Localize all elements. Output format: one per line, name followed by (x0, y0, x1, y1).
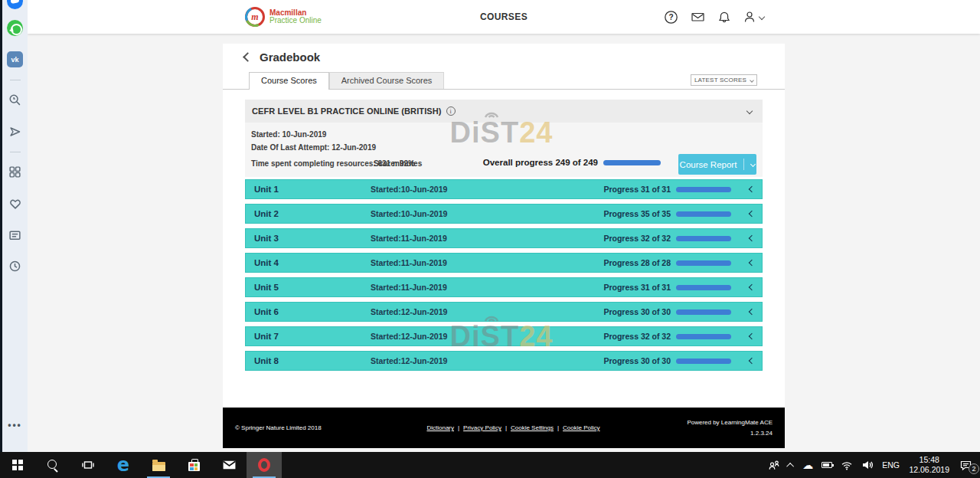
sidebar-divider (2, 147, 28, 156)
wifi-icon[interactable] (837, 460, 858, 470)
chevron-up-icon[interactable] (785, 463, 799, 468)
start-button[interactable] (0, 452, 35, 478)
opera-icon[interactable] (247, 452, 282, 478)
sidebar-item-whatsapp-icon[interactable] (2, 12, 28, 44)
unit-row[interactable]: Unit 5Started:11-Jun-2019Progress 31 of … (245, 277, 763, 297)
windows-taskbar: e ☁ ENG 15:48 12.06.2019 (0, 452, 980, 478)
unit-row[interactable]: Unit 7Started:12-Jun-2019Progress 32 of … (245, 326, 763, 346)
notifications-icon[interactable] (717, 10, 731, 25)
expand-chevron-icon[interactable] (749, 358, 755, 364)
course-last-attempt: Date Of Last Attempt: 12-Jun-2019 (251, 143, 376, 152)
unit-progress-label: Progress 30 of 30 (603, 356, 671, 365)
expand-chevron-icon[interactable] (749, 309, 755, 315)
course-report-button[interactable]: Course Report (678, 154, 756, 175)
history-icon (8, 260, 21, 273)
footer-link-cookie-settings[interactable]: Cookie Settings (511, 424, 554, 431)
action-center-icon[interactable]: 2 (955, 460, 976, 471)
expand-chevron-icon[interactable] (749, 284, 755, 290)
unit-row[interactable]: Unit 6Started:12-Jun-2019Progress 30 of … (245, 302, 763, 322)
unit-name: Unit 8 (246, 356, 371, 365)
nav-courses[interactable]: COURSES (480, 11, 528, 22)
expand-chevron-icon[interactable] (749, 333, 755, 339)
footer-link-separator: | (458, 424, 459, 431)
sidebar-items: vk (2, 0, 28, 282)
footer-powered-by: Powered by LearningMate ACE (658, 417, 773, 428)
unit-started-date: Started:12-Jun-2019 (371, 356, 447, 365)
profile-icon[interactable] (743, 10, 764, 24)
course-panel: CEFR LEVEL B1 PRACTICE ONLINE (BRITISH) … (245, 100, 763, 177)
more-options-icon[interactable]: ••• (2, 420, 28, 431)
language-indicator[interactable]: ENG (878, 460, 904, 470)
mail-icon[interactable] (690, 10, 706, 24)
unit-progress-bar (676, 260, 731, 266)
sidebar-item-bookmarks-icon[interactable] (2, 188, 28, 219)
expand-chevron-icon[interactable] (749, 186, 755, 192)
unit-name: Unit 4 (246, 258, 371, 267)
units-list: Unit 1Started:10-Jun-2019Progress 31 of … (245, 179, 763, 375)
battery-icon[interactable] (818, 462, 837, 468)
unit-progress-bar (676, 187, 731, 192)
logo-line2: Practice Online (270, 17, 322, 25)
tab-course-scores[interactable]: Course Scores (249, 72, 329, 90)
tab-archived-course-scores[interactable]: Archived Course Scores (329, 72, 445, 89)
unit-progress-label: Progress 31 of 31 (603, 185, 671, 194)
unit-row[interactable]: Unit 3Started:11-Jun-2019Progress 32 of … (245, 228, 763, 248)
task-view-button[interactable] (70, 452, 106, 478)
sidebar-item-news-icon[interactable] (2, 219, 28, 250)
unit-progress-label: Progress 35 of 35 (603, 209, 671, 218)
tray-date: 12.06.2019 (909, 465, 949, 475)
back-chevron-icon[interactable] (243, 52, 253, 62)
sidebar-item-messenger-icon[interactable] (2, 0, 28, 12)
footer-version: 1.2.3.24 (658, 428, 773, 439)
sidebar-item-my-flow-icon[interactable] (2, 116, 28, 147)
expand-chevron-icon[interactable] (749, 260, 755, 266)
file-explorer-icon[interactable] (141, 452, 176, 478)
unit-progress-label: Progress 32 of 32 (603, 332, 671, 341)
unit-progress-bar (676, 309, 731, 315)
collapse-chevron-icon[interactable] (746, 108, 753, 114)
macmillan-logo[interactable]: m Macmillan Practice Online (245, 7, 322, 27)
expand-chevron-icon[interactable] (749, 235, 755, 241)
unit-progress-label: Progress 32 of 32 (603, 234, 671, 243)
svg-text:?: ? (668, 12, 673, 21)
onedrive-icon[interactable]: ☁ (799, 460, 818, 470)
edge-icon[interactable]: e (106, 452, 141, 478)
expand-chevron-icon[interactable] (749, 211, 755, 217)
people-icon[interactable] (764, 460, 785, 471)
unit-name: Unit 6 (246, 307, 371, 316)
unit-name: Unit 7 (246, 332, 371, 341)
clock[interactable]: 15:48 12.06.2019 (903, 455, 955, 475)
sidebar-item-vk-icon[interactable]: vk (2, 44, 28, 75)
screen: vk ••• m Macmillan Practice Online COURS… (0, 0, 980, 478)
mail-app-icon[interactable] (211, 452, 247, 478)
opera-sidebar: vk ••• (0, 0, 28, 452)
scores-filter-label: LATEST SCORES (694, 77, 746, 83)
unit-row[interactable]: Unit 4Started:11-Jun-2019Progress 28 of … (245, 253, 763, 273)
help-icon[interactable]: ? (664, 10, 678, 25)
course-panel-header[interactable]: CEFR LEVEL B1 PRACTICE ONLINE (BRITISH) … (245, 100, 763, 123)
search-button[interactable] (35, 452, 70, 478)
macmillan-logo-icon: m (245, 7, 265, 27)
sidebar-item-search-icon[interactable] (2, 84, 28, 116)
info-icon[interactable]: i (446, 106, 456, 116)
chevron-down-icon (759, 14, 765, 20)
whatsapp-icon (7, 20, 23, 36)
footer-link-dictionary[interactable]: Dictionary (426, 424, 454, 431)
unit-row[interactable]: Unit 8Started:12-Jun-2019Progress 30 of … (245, 351, 763, 371)
unit-name: Unit 2 (246, 209, 371, 218)
page-title: Gradebook (260, 51, 320, 64)
unit-row[interactable]: Unit 1Started:10-Jun-2019Progress 31 of … (245, 179, 763, 199)
unit-row[interactable]: Unit 2Started:10-Jun-2019Progress 35 of … (245, 204, 763, 224)
store-icon[interactable] (176, 452, 211, 478)
sidebar-item-history-icon[interactable] (2, 250, 28, 282)
volume-icon[interactable] (858, 460, 878, 470)
footer-copyright: © Springer Nature Limited 2018 (235, 424, 369, 431)
course-started: Started: 10-Jun-2019 (251, 130, 326, 139)
sidebar-item-speed-dial-icon[interactable] (2, 156, 28, 188)
footer-link-cookie-policy[interactable]: Cookie Policy (563, 424, 599, 431)
footer-link-separator: | (505, 424, 507, 431)
footer-link-privacy-policy[interactable]: Privacy Policy (463, 424, 501, 431)
unit-name: Unit 5 (246, 283, 371, 292)
course-title: CEFR LEVEL B1 PRACTICE ONLINE (BRITISH) (252, 106, 442, 116)
scores-filter-dropdown[interactable]: LATEST SCORES (691, 74, 757, 86)
